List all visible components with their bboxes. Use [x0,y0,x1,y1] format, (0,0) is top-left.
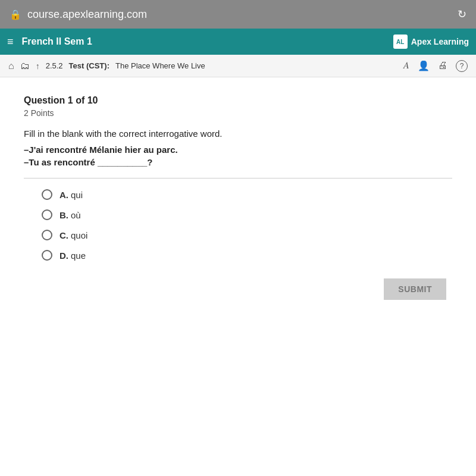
help-icon[interactable]: ? [456,60,468,72]
apex-logo: AL Apex Learning [393,35,469,49]
breadcrumb-label: Test (CST): [69,61,109,70]
submit-container: SUBMIT [24,278,452,300]
answer-label-3: D.que [60,250,86,261]
menu-icon[interactable]: ≡ [7,36,14,48]
browser-url: course.apexlearning.com [27,8,147,21]
question-divider [24,178,452,178]
main-content: Question 1 of 10 2 Points Fill in the bl… [0,77,476,318]
home-icon[interactable]: ⌂ [8,61,14,71]
submit-button[interactable]: SUBMIT [384,278,446,300]
top-nav: ≡ French II Sem 1 AL Apex Learning [0,29,476,55]
answer-option-c[interactable]: C.quoi [42,230,452,240]
breadcrumb-section: 2.5.2 [46,61,63,70]
breadcrumb-bar: ⌂ 🗂 ↑ 2.5.2 Test (CST): The Place Where … [0,55,476,77]
apex-logo-icon: AL [393,35,408,49]
print-icon[interactable]: 🖨 [438,60,447,72]
question-header: Question 1 of 10 [24,95,452,106]
radio-2[interactable] [42,230,52,240]
answer-label-1: B.où [60,210,81,220]
answer-options: A.qui B.où C.quoi D.que [24,189,452,261]
answer-option-a[interactable]: A.qui [42,189,452,200]
lock-icon: 🔒 [10,9,21,20]
translate-icon[interactable]: 𝐴 [403,60,409,72]
course-title: French II Sem 1 [22,36,393,47]
breadcrumb-up-icon: ↑ [36,61,40,71]
briefcase-icon[interactable]: 🗂 [20,61,30,71]
answer-label-2: C.quoi [60,230,87,240]
answer-option-d[interactable]: D.que [42,250,452,261]
question-line-1: –J'ai rencontré Mélanie hier au parc. [24,145,452,155]
question-instruction: Fill in the blank with the correct inter… [24,129,452,139]
answer-option-b[interactable]: B.où [42,209,452,220]
question-points: 2 Points [24,108,452,118]
answer-label-0: A.qui [60,190,83,200]
radio-3[interactable] [42,250,52,261]
breadcrumb-name: The Place Where We Live [115,61,205,70]
radio-0[interactable] [42,189,52,200]
reload-button[interactable]: ↻ [458,8,466,21]
breadcrumb-actions: 𝐴 👤 🖨 ? [403,60,468,72]
radio-1[interactable] [42,209,52,220]
apex-logo-text: Apex Learning [411,37,469,46]
person-icon[interactable]: 👤 [418,60,430,72]
question-line-2: –Tu as rencontré __________? [24,157,452,167]
browser-bar: 🔒 course.apexlearning.com ↻ [0,0,476,29]
